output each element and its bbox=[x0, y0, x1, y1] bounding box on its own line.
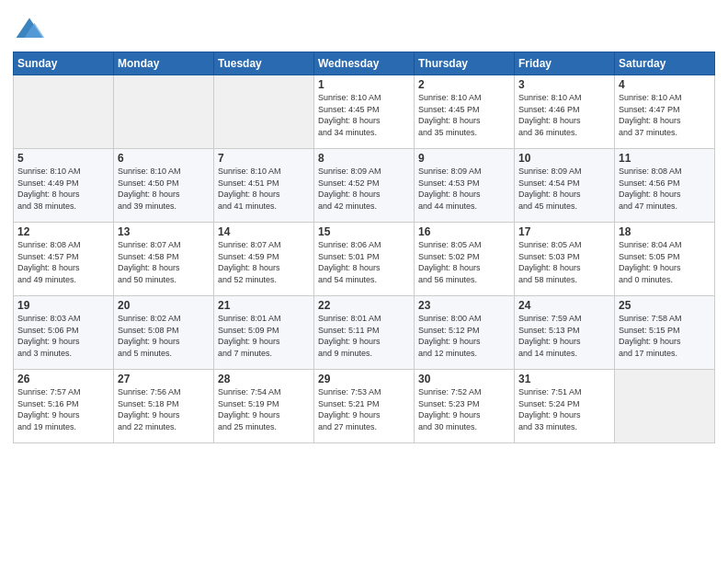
day-info: Sunrise: 7:56 AM Sunset: 5:18 PM Dayligh… bbox=[118, 386, 210, 432]
day-number: 2 bbox=[418, 78, 510, 91]
day-number: 23 bbox=[418, 299, 510, 312]
day-number: 17 bbox=[518, 225, 610, 238]
calendar-week-row: 26Sunrise: 7:57 AM Sunset: 5:16 PM Dayli… bbox=[14, 370, 715, 443]
calendar-cell: 7Sunrise: 8:10 AM Sunset: 4:51 PM Daylig… bbox=[214, 149, 314, 223]
logo bbox=[13, 13, 48, 46]
calendar-cell: 21Sunrise: 8:01 AM Sunset: 5:09 PM Dayli… bbox=[214, 296, 314, 370]
day-number: 14 bbox=[218, 225, 310, 238]
day-number: 18 bbox=[619, 225, 711, 238]
day-number: 29 bbox=[318, 373, 410, 385]
day-info: Sunrise: 7:58 AM Sunset: 5:15 PM Dayligh… bbox=[619, 313, 711, 359]
day-number: 20 bbox=[118, 299, 210, 312]
calendar-cell: 8Sunrise: 8:09 AM Sunset: 4:52 PM Daylig… bbox=[314, 149, 415, 223]
calendar-cell: 29Sunrise: 7:53 AM Sunset: 5:21 PM Dayli… bbox=[314, 370, 415, 443]
calendar-cell: 11Sunrise: 8:08 AM Sunset: 4:56 PM Dayli… bbox=[615, 149, 715, 223]
calendar-cell: 4Sunrise: 8:10 AM Sunset: 4:47 PM Daylig… bbox=[615, 75, 715, 149]
calendar-cell: 3Sunrise: 8:10 AM Sunset: 4:46 PM Daylig… bbox=[515, 75, 615, 149]
calendar-week-row: 12Sunrise: 8:08 AM Sunset: 4:57 PM Dayli… bbox=[14, 223, 715, 296]
calendar-cell: 14Sunrise: 8:07 AM Sunset: 4:59 PM Dayli… bbox=[214, 223, 314, 296]
day-number: 19 bbox=[17, 299, 109, 312]
day-number: 24 bbox=[518, 299, 610, 312]
day-info: Sunrise: 8:07 AM Sunset: 4:59 PM Dayligh… bbox=[218, 239, 310, 285]
day-info: Sunrise: 8:00 AM Sunset: 5:12 PM Dayligh… bbox=[418, 313, 510, 359]
weekday-header-row: SundayMondayTuesdayWednesdayThursdayFrid… bbox=[14, 52, 715, 75]
calendar-cell: 19Sunrise: 8:03 AM Sunset: 5:06 PM Dayli… bbox=[14, 296, 114, 370]
day-number: 4 bbox=[619, 78, 711, 91]
calendar-cell: 16Sunrise: 8:05 AM Sunset: 5:02 PM Dayli… bbox=[415, 223, 515, 296]
day-info: Sunrise: 8:09 AM Sunset: 4:52 PM Dayligh… bbox=[318, 166, 410, 212]
weekday-header-wednesday: Wednesday bbox=[314, 52, 415, 75]
calendar-cell: 9Sunrise: 8:09 AM Sunset: 4:53 PM Daylig… bbox=[415, 149, 515, 223]
day-info: Sunrise: 8:07 AM Sunset: 4:58 PM Dayligh… bbox=[118, 239, 210, 285]
calendar-cell: 10Sunrise: 8:09 AM Sunset: 4:54 PM Dayli… bbox=[515, 149, 615, 223]
day-number: 28 bbox=[218, 373, 310, 385]
day-info: Sunrise: 8:05 AM Sunset: 5:02 PM Dayligh… bbox=[418, 239, 510, 285]
day-info: Sunrise: 8:04 AM Sunset: 5:05 PM Dayligh… bbox=[619, 239, 711, 285]
calendar-cell: 18Sunrise: 8:04 AM Sunset: 5:05 PM Dayli… bbox=[615, 223, 715, 296]
day-number: 9 bbox=[418, 152, 510, 165]
day-info: Sunrise: 8:10 AM Sunset: 4:46 PM Dayligh… bbox=[518, 92, 610, 138]
logo-icon bbox=[13, 13, 46, 46]
day-info: Sunrise: 8:10 AM Sunset: 4:50 PM Dayligh… bbox=[118, 166, 210, 212]
day-number: 22 bbox=[318, 299, 410, 312]
day-number: 8 bbox=[318, 152, 410, 165]
calendar-week-row: 1Sunrise: 8:10 AM Sunset: 4:45 PM Daylig… bbox=[14, 75, 715, 149]
calendar-cell: 13Sunrise: 8:07 AM Sunset: 4:58 PM Dayli… bbox=[114, 223, 214, 296]
calendar-cell: 2Sunrise: 8:10 AM Sunset: 4:45 PM Daylig… bbox=[415, 75, 515, 149]
day-info: Sunrise: 8:10 AM Sunset: 4:45 PM Dayligh… bbox=[318, 92, 410, 138]
day-number: 7 bbox=[218, 152, 310, 165]
page-header bbox=[13, 9, 715, 46]
calendar-cell: 17Sunrise: 8:05 AM Sunset: 5:03 PM Dayli… bbox=[515, 223, 615, 296]
day-info: Sunrise: 7:59 AM Sunset: 5:13 PM Dayligh… bbox=[518, 313, 610, 359]
day-number: 26 bbox=[17, 373, 109, 385]
day-number: 25 bbox=[619, 299, 711, 312]
calendar-cell: 25Sunrise: 7:58 AM Sunset: 5:15 PM Dayli… bbox=[615, 296, 715, 370]
calendar-cell: 24Sunrise: 7:59 AM Sunset: 5:13 PM Dayli… bbox=[515, 296, 615, 370]
day-info: Sunrise: 7:51 AM Sunset: 5:24 PM Dayligh… bbox=[518, 386, 610, 432]
weekday-header-saturday: Saturday bbox=[615, 52, 715, 75]
day-info: Sunrise: 7:54 AM Sunset: 5:19 PM Dayligh… bbox=[218, 386, 310, 432]
calendar-cell: 6Sunrise: 8:10 AM Sunset: 4:50 PM Daylig… bbox=[114, 149, 214, 223]
day-number: 30 bbox=[418, 373, 510, 385]
day-number: 3 bbox=[518, 78, 610, 91]
day-info: Sunrise: 8:09 AM Sunset: 4:53 PM Dayligh… bbox=[418, 166, 510, 212]
day-info: Sunrise: 8:01 AM Sunset: 5:11 PM Dayligh… bbox=[318, 313, 410, 359]
day-number: 5 bbox=[17, 152, 109, 165]
calendar-cell: 23Sunrise: 8:00 AM Sunset: 5:12 PM Dayli… bbox=[415, 296, 515, 370]
day-number: 13 bbox=[118, 225, 210, 238]
day-number: 31 bbox=[518, 373, 610, 385]
calendar-week-row: 19Sunrise: 8:03 AM Sunset: 5:06 PM Dayli… bbox=[14, 296, 715, 370]
day-info: Sunrise: 8:10 AM Sunset: 4:49 PM Dayligh… bbox=[17, 166, 109, 212]
calendar-cell: 1Sunrise: 8:10 AM Sunset: 4:45 PM Daylig… bbox=[314, 75, 415, 149]
calendar-cell: 26Sunrise: 7:57 AM Sunset: 5:16 PM Dayli… bbox=[14, 370, 114, 443]
calendar-week-row: 5Sunrise: 8:10 AM Sunset: 4:49 PM Daylig… bbox=[14, 149, 715, 223]
calendar-cell: 27Sunrise: 7:56 AM Sunset: 5:18 PM Dayli… bbox=[114, 370, 214, 443]
calendar-cell bbox=[615, 370, 715, 443]
day-info: Sunrise: 8:02 AM Sunset: 5:08 PM Dayligh… bbox=[118, 313, 210, 359]
calendar-cell bbox=[214, 75, 314, 149]
day-number: 27 bbox=[118, 373, 210, 385]
day-number: 21 bbox=[218, 299, 310, 312]
day-info: Sunrise: 7:53 AM Sunset: 5:21 PM Dayligh… bbox=[318, 386, 410, 432]
day-info: Sunrise: 8:01 AM Sunset: 5:09 PM Dayligh… bbox=[218, 313, 310, 359]
day-info: Sunrise: 8:09 AM Sunset: 4:54 PM Dayligh… bbox=[518, 166, 610, 212]
calendar-table: SundayMondayTuesdayWednesdayThursdayFrid… bbox=[13, 52, 715, 443]
day-number: 1 bbox=[318, 78, 410, 91]
day-info: Sunrise: 8:03 AM Sunset: 5:06 PM Dayligh… bbox=[17, 313, 109, 359]
weekday-header-sunday: Sunday bbox=[14, 52, 114, 75]
weekday-header-monday: Monday bbox=[114, 52, 214, 75]
day-info: Sunrise: 8:08 AM Sunset: 4:56 PM Dayligh… bbox=[619, 166, 711, 212]
day-number: 10 bbox=[518, 152, 610, 165]
day-number: 11 bbox=[619, 152, 711, 165]
day-info: Sunrise: 8:08 AM Sunset: 4:57 PM Dayligh… bbox=[17, 239, 109, 285]
calendar-cell: 15Sunrise: 8:06 AM Sunset: 5:01 PM Dayli… bbox=[314, 223, 415, 296]
calendar-cell: 30Sunrise: 7:52 AM Sunset: 5:23 PM Dayli… bbox=[415, 370, 515, 443]
calendar-cell: 31Sunrise: 7:51 AM Sunset: 5:24 PM Dayli… bbox=[515, 370, 615, 443]
day-info: Sunrise: 8:10 AM Sunset: 4:45 PM Dayligh… bbox=[418, 92, 510, 138]
day-number: 6 bbox=[118, 152, 210, 165]
day-number: 15 bbox=[318, 225, 410, 238]
calendar-cell: 12Sunrise: 8:08 AM Sunset: 4:57 PM Dayli… bbox=[14, 223, 114, 296]
calendar-cell bbox=[14, 75, 114, 149]
weekday-header-friday: Friday bbox=[515, 52, 615, 75]
calendar-cell: 28Sunrise: 7:54 AM Sunset: 5:19 PM Dayli… bbox=[214, 370, 314, 443]
